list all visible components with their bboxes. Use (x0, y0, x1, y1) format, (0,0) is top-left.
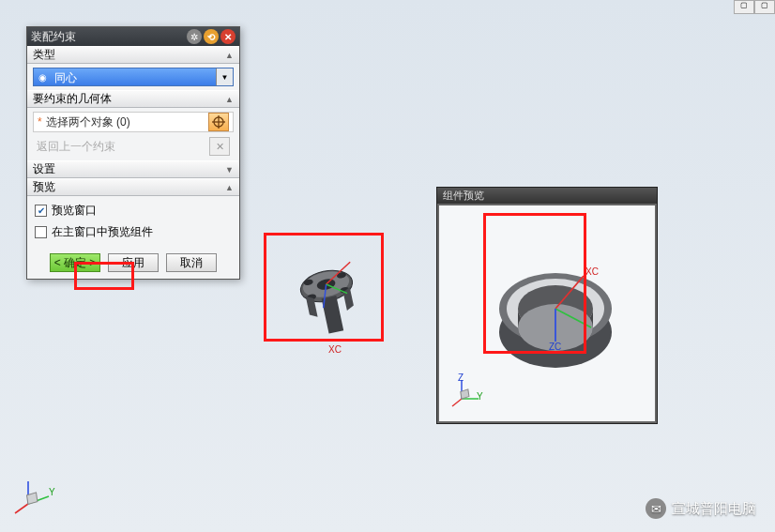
axis-x-label: XC (328, 344, 342, 355)
watermark: ✉ 宣城普阳电脑 (646, 498, 756, 519)
preview-window-body[interactable]: XC ZC Z Y (437, 204, 657, 423)
preview-part-ring[interactable]: XC ZC (497, 243, 638, 397)
constraint-type-dropdown[interactable]: ◉ 同心 ▼ (33, 68, 234, 86)
section-settings-header[interactable]: 设置 ▼ (27, 160, 239, 178)
cancel-button[interactable]: 取消 (166, 253, 217, 272)
svg-line-27 (15, 504, 28, 513)
ring-3d-shape (497, 243, 638, 393)
wechat-icon: ✉ (646, 498, 666, 519)
preview-main-label: 在主窗口中预览组件 (52, 224, 153, 240)
back-constraint-text: 返回上一个约束 (37, 139, 209, 155)
reset-icon[interactable]: ⟲ (204, 29, 219, 44)
app-toolbar-fragment: ▢ ▢ (734, 0, 775, 14)
section-type-header[interactable]: 类型 ▲ (27, 46, 239, 64)
required-star: * (38, 115, 42, 129)
apply-button[interactable]: 应用 (108, 253, 159, 272)
preview-window-checkbox[interactable]: ✔ (35, 205, 47, 217)
triad-z: Z (458, 372, 463, 383)
preview-window-title: 组件预览 (437, 188, 657, 204)
dialog-button-bar: < 确定 > 应用 取消 (27, 247, 239, 279)
preview-main-checkbox[interactable] (35, 226, 47, 238)
section-preview-body: ✔ 预览窗口 在主窗口中预览组件 (27, 196, 239, 247)
back-constraint-row: 返回上一个约束 ✕ (33, 136, 234, 157)
chevron-down-icon: ▼ (225, 165, 234, 175)
section-geometry-label: 要约束的几何体 (33, 91, 225, 107)
coupler-3d-shape (281, 249, 375, 352)
section-geometry-header[interactable]: 要约束的几何体 ▲ (27, 90, 239, 108)
dropdown-chevron-icon[interactable]: ▼ (216, 68, 233, 85)
chevron-up-icon: ▲ (225, 51, 234, 60)
axis-preview-z-label: ZC (549, 342, 561, 352)
back-button[interactable]: ✕ (209, 137, 230, 156)
preview-window-label: 预览窗口 (52, 203, 97, 219)
preview-triad: Z Y (450, 376, 484, 414)
chevron-up-icon: ▲ (225, 95, 234, 104)
viewport-part-coupler[interactable]: XC (281, 249, 375, 356)
close-icon[interactable]: ✕ (220, 29, 236, 44)
svg-line-23 (452, 399, 462, 406)
vp-triad-y: Y (49, 487, 55, 497)
component-preview-window[interactable]: 组件预览 XC ZC Z (436, 187, 658, 424)
axis-preview-x-label: XC (585, 266, 599, 277)
section-type-label: 类型 (33, 47, 225, 63)
crosshair-icon (212, 115, 225, 129)
select-target-button[interactable] (208, 113, 229, 131)
dialog-titlebar[interactable]: 装配约束 ✲ ⟲ ✕ (27, 27, 239, 46)
dialog-title: 装配约束 (31, 29, 187, 45)
section-geometry-body: * 选择两个对象 (0) 返回上一个约束 ✕ (27, 108, 239, 160)
viewport-triad: Y (13, 476, 54, 521)
ok-button[interactable]: < 确定 > (50, 253, 100, 272)
preview-window-checkbox-row[interactable]: ✔ 预览窗口 (33, 200, 234, 221)
section-preview-header[interactable]: 预览 ▲ (27, 178, 239, 196)
constraint-type-value: 同心 (51, 68, 216, 85)
preview-main-checkbox-row[interactable]: 在主窗口中预览组件 (33, 221, 234, 243)
section-settings-label: 设置 (33, 161, 225, 177)
assembly-constraints-dialog: 装配约束 ✲ ⟲ ✕ 类型 ▲ ◉ 同心 ▼ 要约束的几何体 ▲ * 选择两个对… (26, 26, 240, 280)
tb-icon-1[interactable]: ▢ (734, 0, 754, 14)
section-preview-label: 预览 (33, 179, 225, 195)
select-objects-text: 选择两个对象 (0) (46, 114, 208, 130)
tb-icon-2[interactable]: ▢ (754, 0, 775, 14)
concentric-icon: ◉ (34, 68, 51, 85)
select-objects-row[interactable]: * 选择两个对象 (0) (33, 112, 234, 132)
triad-y: Y (477, 391, 483, 402)
section-type-body: ◉ 同心 ▼ (27, 64, 239, 90)
watermark-text: 宣城普阳电脑 (672, 500, 756, 518)
settings-icon[interactable]: ✲ (187, 29, 202, 44)
chevron-up-icon: ▲ (225, 183, 234, 192)
